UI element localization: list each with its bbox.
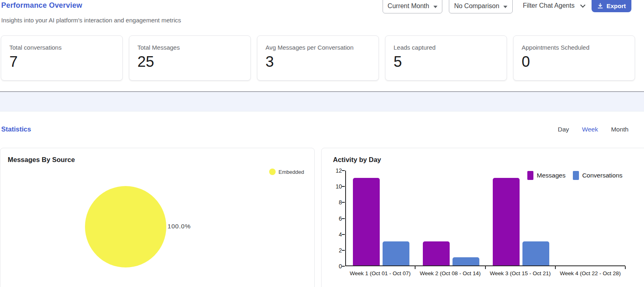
toggle-week[interactable]: Week: [582, 126, 598, 133]
metric-value: 0: [522, 53, 627, 70]
metric-value: 7: [9, 53, 114, 70]
period-dropdown-value: Current Month: [387, 2, 429, 10]
metric-label: Total conversations: [9, 44, 114, 51]
bar-conversations-1: [383, 241, 409, 265]
export-button[interactable]: Export: [592, 0, 631, 12]
y-tick-mark: [342, 234, 345, 235]
y-tick-mark: [342, 170, 345, 171]
period-dropdown[interactable]: Current Month: [383, 0, 442, 13]
y-tick-label: 2: [323, 247, 342, 254]
x-category-label: Week 1 (Oct 01 - Oct 07): [345, 270, 415, 276]
statistics-title: Statistics: [1, 125, 31, 133]
metric-card-leads-captured: Leads captured 5: [385, 35, 507, 81]
filter-chat-agents-dropdown[interactable]: Filter Chat Agents: [523, 2, 585, 9]
bar-chart-title: Activity by Day: [333, 156, 381, 164]
statistics-header-row: Statistics Day Week Month: [1, 125, 629, 133]
y-tick-mark: [342, 218, 345, 219]
y-tick-label: 0: [323, 263, 342, 269]
filter-chat-agents-label: Filter Chat Agents: [523, 2, 574, 9]
section-divider-band: [0, 91, 644, 112]
bar-plot-area: [345, 171, 625, 266]
metric-label: Total Messages: [137, 44, 242, 51]
bar-messages-1: [353, 178, 380, 265]
metric-value: 5: [394, 53, 498, 70]
x-tick-mark: [555, 266, 556, 269]
metric-card-total-conversations: Total conversations 7: [1, 35, 123, 81]
y-tick-mark: [342, 202, 345, 203]
x-category-label: Week 3 (Oct 15 - Oct 21): [485, 270, 555, 276]
comparison-dropdown[interactable]: No Comparison: [449, 0, 513, 13]
y-tick-mark: [342, 266, 345, 267]
chevron-down-icon: [580, 2, 585, 8]
metric-value: 3: [265, 53, 370, 70]
y-tick-label: 6: [323, 215, 342, 222]
y-tick-label: 4: [323, 231, 342, 238]
x-tick-mark: [415, 266, 416, 269]
activity-by-day-card: Activity by Day MessagesConversations 02…: [321, 148, 644, 287]
pie-chart-title: Messages By Source: [8, 156, 75, 164]
granularity-toggle: Day Week Month: [558, 126, 629, 133]
y-tick-mark: [342, 250, 345, 251]
y-tick-label: 12: [323, 167, 342, 174]
bar-conversations-3: [522, 241, 549, 265]
x-category-label: Week 2 (Oct 08 - Oct 14): [415, 270, 485, 276]
bar-messages-3: [493, 178, 520, 265]
comparison-dropdown-value: No Comparison: [454, 2, 499, 10]
metric-label: Appointments Scheduled: [522, 44, 627, 51]
bar-conversations-2: [453, 257, 479, 265]
x-tick-mark: [625, 266, 626, 269]
download-icon: [597, 3, 603, 9]
metric-value: 25: [137, 53, 242, 70]
legend-label: Embedded: [278, 169, 304, 175]
export-button-label: Export: [607, 2, 626, 9]
y-tick-mark: [342, 186, 345, 187]
metric-cards-row: Total conversations 7 Total Messages 25 …: [1, 35, 635, 81]
caret-down-icon: [503, 6, 507, 8]
messages-by-source-card: Messages By Source Embedded 100.0%: [0, 148, 315, 287]
y-tick-label: 8: [323, 199, 342, 206]
toggle-month[interactable]: Month: [611, 126, 629, 133]
pie-legend-item-embedded: Embedded: [269, 169, 304, 175]
page-subtitle: Insights into your AI platform's interac…: [1, 17, 181, 24]
metric-card-total-messages: Total Messages 25: [129, 35, 251, 81]
metric-label: Leads captured: [394, 44, 498, 51]
caret-down-icon: [433, 6, 437, 8]
metric-card-appointments-scheduled: Appointments Scheduled 0: [513, 35, 635, 81]
toggle-day[interactable]: Day: [558, 126, 569, 133]
x-tick-mark: [485, 266, 486, 269]
pie-slice-percentage-label: 100.0%: [168, 223, 191, 230]
y-tick-label: 10: [323, 183, 342, 190]
bar-messages-2: [423, 241, 450, 265]
metric-label: Avg Messages per Conversation: [265, 44, 370, 51]
page-title: Performance Overview: [1, 1, 82, 10]
legend-swatch: [269, 169, 276, 175]
x-category-label: Week 4 (Oct 22 - Oct 28): [555, 270, 625, 276]
pie-slice-embedded: [85, 186, 166, 267]
metric-card-avg-messages: Avg Messages per Conversation 3: [257, 35, 379, 81]
